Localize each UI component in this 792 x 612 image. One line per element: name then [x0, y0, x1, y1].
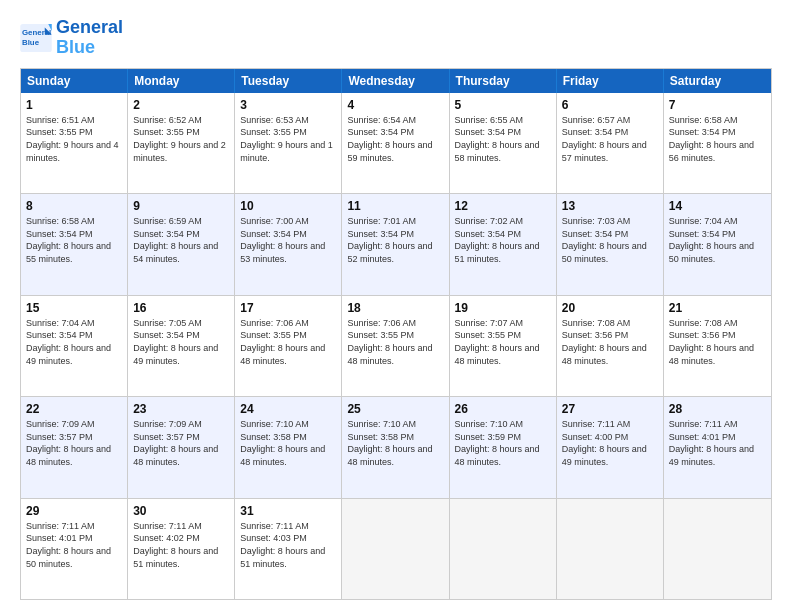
header-day-wednesday: Wednesday	[342, 69, 449, 93]
day-number: 17	[240, 300, 336, 316]
cell-info: Sunrise: 7:10 AMSunset: 3:58 PMDaylight:…	[240, 418, 336, 468]
calendar-cell: 5Sunrise: 6:55 AMSunset: 3:54 PMDaylight…	[450, 93, 557, 193]
calendar-row: 15Sunrise: 7:04 AMSunset: 3:54 PMDayligh…	[21, 296, 771, 397]
cell-info: Sunrise: 6:52 AMSunset: 3:55 PMDaylight:…	[133, 114, 229, 164]
calendar-cell: 28Sunrise: 7:11 AMSunset: 4:01 PMDayligh…	[664, 397, 771, 497]
calendar-cell: 27Sunrise: 7:11 AMSunset: 4:00 PMDayligh…	[557, 397, 664, 497]
cell-info: Sunrise: 7:06 AMSunset: 3:55 PMDaylight:…	[240, 317, 336, 367]
calendar-cell: 1Sunrise: 6:51 AMSunset: 3:55 PMDaylight…	[21, 93, 128, 193]
calendar-cell: 31Sunrise: 7:11 AMSunset: 4:03 PMDayligh…	[235, 499, 342, 599]
calendar-cell: 14Sunrise: 7:04 AMSunset: 3:54 PMDayligh…	[664, 194, 771, 294]
calendar-cell: 24Sunrise: 7:10 AMSunset: 3:58 PMDayligh…	[235, 397, 342, 497]
calendar-cell	[557, 499, 664, 599]
cell-info: Sunrise: 7:08 AMSunset: 3:56 PMDaylight:…	[562, 317, 658, 367]
cell-info: Sunrise: 7:05 AMSunset: 3:54 PMDaylight:…	[133, 317, 229, 367]
cell-info: Sunrise: 6:58 AMSunset: 3:54 PMDaylight:…	[26, 215, 122, 265]
calendar-row: 1Sunrise: 6:51 AMSunset: 3:55 PMDaylight…	[21, 93, 771, 194]
header-day-saturday: Saturday	[664, 69, 771, 93]
day-number: 30	[133, 503, 229, 519]
page-header: General Blue GeneralBlue	[20, 18, 772, 58]
cell-info: Sunrise: 7:10 AMSunset: 3:58 PMDaylight:…	[347, 418, 443, 468]
header-day-monday: Monday	[128, 69, 235, 93]
day-number: 8	[26, 198, 122, 214]
day-number: 29	[26, 503, 122, 519]
calendar-cell: 22Sunrise: 7:09 AMSunset: 3:57 PMDayligh…	[21, 397, 128, 497]
calendar-cell	[450, 499, 557, 599]
calendar-page: General Blue GeneralBlue SundayMondayTue…	[0, 0, 792, 612]
header-day-friday: Friday	[557, 69, 664, 93]
cell-info: Sunrise: 6:53 AMSunset: 3:55 PMDaylight:…	[240, 114, 336, 164]
day-number: 19	[455, 300, 551, 316]
day-number: 14	[669, 198, 766, 214]
logo-text: GeneralBlue	[56, 18, 123, 58]
calendar-cell	[342, 499, 449, 599]
calendar-cell: 25Sunrise: 7:10 AMSunset: 3:58 PMDayligh…	[342, 397, 449, 497]
cell-info: Sunrise: 7:08 AMSunset: 3:56 PMDaylight:…	[669, 317, 766, 367]
day-number: 20	[562, 300, 658, 316]
svg-text:Blue: Blue	[22, 38, 40, 47]
day-number: 27	[562, 401, 658, 417]
calendar-row: 22Sunrise: 7:09 AMSunset: 3:57 PMDayligh…	[21, 397, 771, 498]
calendar-cell: 20Sunrise: 7:08 AMSunset: 3:56 PMDayligh…	[557, 296, 664, 396]
cell-info: Sunrise: 7:04 AMSunset: 3:54 PMDaylight:…	[669, 215, 766, 265]
cell-info: Sunrise: 7:06 AMSunset: 3:55 PMDaylight:…	[347, 317, 443, 367]
cell-info: Sunrise: 6:54 AMSunset: 3:54 PMDaylight:…	[347, 114, 443, 164]
day-number: 16	[133, 300, 229, 316]
day-number: 18	[347, 300, 443, 316]
day-number: 9	[133, 198, 229, 214]
cell-info: Sunrise: 7:11 AMSunset: 4:02 PMDaylight:…	[133, 520, 229, 570]
cell-info: Sunrise: 7:01 AMSunset: 3:54 PMDaylight:…	[347, 215, 443, 265]
day-number: 31	[240, 503, 336, 519]
day-number: 13	[562, 198, 658, 214]
cell-info: Sunrise: 7:10 AMSunset: 3:59 PMDaylight:…	[455, 418, 551, 468]
calendar-cell: 11Sunrise: 7:01 AMSunset: 3:54 PMDayligh…	[342, 194, 449, 294]
day-number: 4	[347, 97, 443, 113]
day-number: 21	[669, 300, 766, 316]
day-number: 22	[26, 401, 122, 417]
calendar: SundayMondayTuesdayWednesdayThursdayFrid…	[20, 68, 772, 600]
calendar-row: 8Sunrise: 6:58 AMSunset: 3:54 PMDaylight…	[21, 194, 771, 295]
calendar-cell: 4Sunrise: 6:54 AMSunset: 3:54 PMDaylight…	[342, 93, 449, 193]
cell-info: Sunrise: 7:11 AMSunset: 4:03 PMDaylight:…	[240, 520, 336, 570]
calendar-cell: 16Sunrise: 7:05 AMSunset: 3:54 PMDayligh…	[128, 296, 235, 396]
header-day-thursday: Thursday	[450, 69, 557, 93]
cell-info: Sunrise: 6:57 AMSunset: 3:54 PMDaylight:…	[562, 114, 658, 164]
day-number: 11	[347, 198, 443, 214]
day-number: 1	[26, 97, 122, 113]
day-number: 15	[26, 300, 122, 316]
day-number: 26	[455, 401, 551, 417]
cell-info: Sunrise: 6:58 AMSunset: 3:54 PMDaylight:…	[669, 114, 766, 164]
calendar-cell: 6Sunrise: 6:57 AMSunset: 3:54 PMDaylight…	[557, 93, 664, 193]
calendar-cell: 17Sunrise: 7:06 AMSunset: 3:55 PMDayligh…	[235, 296, 342, 396]
calendar-cell: 7Sunrise: 6:58 AMSunset: 3:54 PMDaylight…	[664, 93, 771, 193]
cell-info: Sunrise: 7:07 AMSunset: 3:55 PMDaylight:…	[455, 317, 551, 367]
calendar-cell: 8Sunrise: 6:58 AMSunset: 3:54 PMDaylight…	[21, 194, 128, 294]
calendar-cell: 10Sunrise: 7:00 AMSunset: 3:54 PMDayligh…	[235, 194, 342, 294]
header-day-sunday: Sunday	[21, 69, 128, 93]
calendar-cell: 13Sunrise: 7:03 AMSunset: 3:54 PMDayligh…	[557, 194, 664, 294]
calendar-cell: 9Sunrise: 6:59 AMSunset: 3:54 PMDaylight…	[128, 194, 235, 294]
calendar-cell: 15Sunrise: 7:04 AMSunset: 3:54 PMDayligh…	[21, 296, 128, 396]
cell-info: Sunrise: 6:55 AMSunset: 3:54 PMDaylight:…	[455, 114, 551, 164]
day-number: 6	[562, 97, 658, 113]
calendar-cell	[664, 499, 771, 599]
calendar-cell: 21Sunrise: 7:08 AMSunset: 3:56 PMDayligh…	[664, 296, 771, 396]
calendar-cell: 3Sunrise: 6:53 AMSunset: 3:55 PMDaylight…	[235, 93, 342, 193]
cell-info: Sunrise: 7:11 AMSunset: 4:00 PMDaylight:…	[562, 418, 658, 468]
day-number: 2	[133, 97, 229, 113]
day-number: 3	[240, 97, 336, 113]
calendar-cell: 12Sunrise: 7:02 AMSunset: 3:54 PMDayligh…	[450, 194, 557, 294]
calendar-cell: 30Sunrise: 7:11 AMSunset: 4:02 PMDayligh…	[128, 499, 235, 599]
calendar-cell: 2Sunrise: 6:52 AMSunset: 3:55 PMDaylight…	[128, 93, 235, 193]
cell-info: Sunrise: 6:51 AMSunset: 3:55 PMDaylight:…	[26, 114, 122, 164]
day-number: 7	[669, 97, 766, 113]
calendar-cell: 19Sunrise: 7:07 AMSunset: 3:55 PMDayligh…	[450, 296, 557, 396]
cell-info: Sunrise: 7:03 AMSunset: 3:54 PMDaylight:…	[562, 215, 658, 265]
calendar-body: 1Sunrise: 6:51 AMSunset: 3:55 PMDaylight…	[21, 93, 771, 599]
header-day-tuesday: Tuesday	[235, 69, 342, 93]
cell-info: Sunrise: 6:59 AMSunset: 3:54 PMDaylight:…	[133, 215, 229, 265]
logo: General Blue GeneralBlue	[20, 18, 123, 58]
calendar-cell: 29Sunrise: 7:11 AMSunset: 4:01 PMDayligh…	[21, 499, 128, 599]
cell-info: Sunrise: 7:02 AMSunset: 3:54 PMDaylight:…	[455, 215, 551, 265]
day-number: 25	[347, 401, 443, 417]
